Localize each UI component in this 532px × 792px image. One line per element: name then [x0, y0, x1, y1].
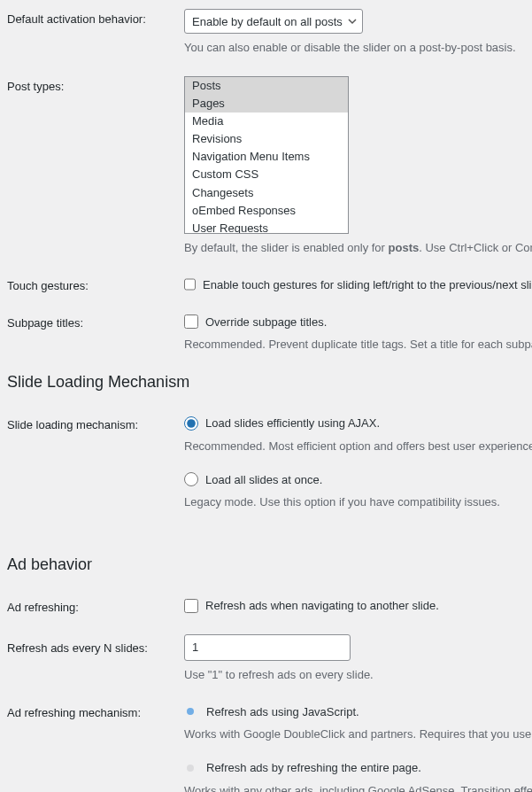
loading-ajax-text: Load slides efficiently using AJAX. — [205, 416, 380, 430]
ad-mech-label: Ad refreshing mechanism: — [7, 703, 184, 719]
post-type-option[interactable]: oEmbed Responses — [185, 202, 348, 220]
post-types-label: Post types: — [7, 76, 184, 93]
post-type-option[interactable]: Pages — [185, 95, 348, 113]
ad-mech-js-desc: Works with Google DoubleClick and partne… — [184, 726, 532, 743]
default-activation-select[interactable]: Enable by default on all posts — [184, 9, 363, 34]
loading-ajax-desc: Recommended. Most efficient option and o… — [184, 438, 532, 455]
ad-refresh-checkbox[interactable] — [184, 599, 198, 613]
loading-ajax-radio[interactable] — [184, 416, 198, 431]
post-types-select[interactable]: Posts Pages Media Revisions Navigation M… — [184, 76, 349, 234]
refresh-n-label: Refresh ads every N slides: — [7, 634, 184, 655]
refresh-n-desc: Use "1" to refresh ads on every slide. — [184, 666, 532, 684]
loading-label: Slide loading mechanism: — [7, 415, 184, 431]
ad-refresh-label: Ad refreshing: — [7, 597, 184, 614]
post-types-desc: By default, the slider is enabled only f… — [184, 239, 532, 257]
subpage-text: Override subpage titles. — [205, 315, 327, 329]
post-type-option[interactable]: Posts — [185, 77, 348, 95]
post-type-option[interactable]: User Requests — [185, 220, 348, 234]
subpage-desc: Recommended. Prevent duplicate title tag… — [184, 336, 532, 353]
post-type-option[interactable]: Navigation Menu Items — [185, 148, 348, 166]
refresh-n-input[interactable] — [184, 634, 351, 661]
default-activation-label: Default activation behavior: — [7, 9, 184, 26]
subpage-checkbox[interactable] — [184, 314, 198, 329]
touch-label: Touch gestures: — [7, 276, 184, 292]
touch-checkbox[interactable] — [184, 277, 196, 291]
ad-mech-js-radio[interactable] — [187, 708, 194, 715]
loading-all-radio[interactable] — [184, 472, 198, 486]
loading-all-desc: Legacy mode. Use this option if you have… — [184, 493, 532, 511]
section-loading-title: Slide Loading Mechanism — [7, 373, 532, 392]
loading-all-text: Load all slides at once. — [205, 473, 322, 486]
ad-mech-page-text: Refresh ads by refreshing the entire pag… — [206, 761, 421, 774]
ad-mech-page-desc: Works with any other ads, including Goog… — [184, 782, 532, 793]
post-type-option[interactable]: Changesets — [185, 184, 348, 202]
ad-mech-js-text: Refresh ads using JavaScript. — [206, 705, 359, 718]
post-type-option[interactable]: Custom CSS — [185, 166, 348, 183]
post-type-option[interactable]: Revisions — [185, 130, 348, 148]
subpage-label: Subpage titles: — [7, 313, 184, 330]
ad-refresh-text: Refresh ads when navigating to another s… — [205, 599, 439, 612]
default-activation-desc: You can also enable or disable the slide… — [184, 39, 532, 57]
post-type-option[interactable]: Media — [185, 113, 348, 130]
ad-mech-page-radio[interactable] — [187, 765, 194, 772]
touch-text: Enable touch gestures for sliding left/r… — [203, 278, 532, 291]
section-ad-title: Ad behavior — [7, 555, 532, 574]
